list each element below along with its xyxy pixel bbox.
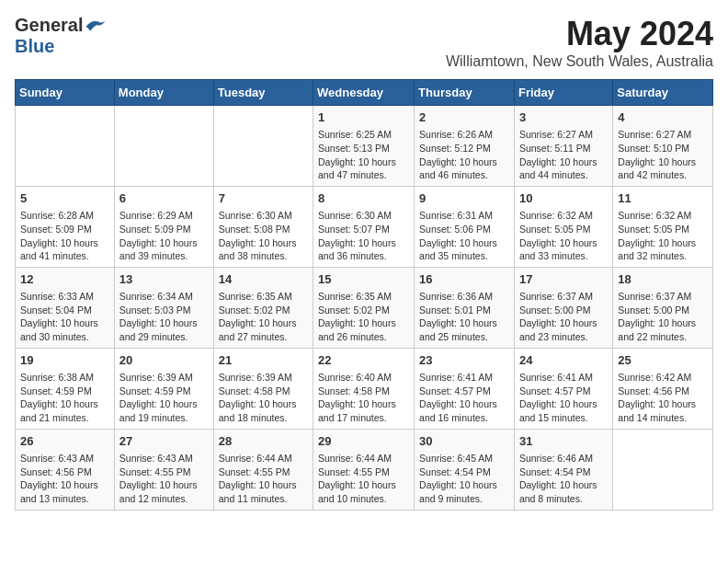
calendar-header-wednesday: Wednesday	[313, 80, 415, 106]
day-number: 3	[519, 109, 608, 126]
day-number: 2	[419, 109, 509, 126]
calendar-cell: 6Sunrise: 6:29 AM Sunset: 5:09 PM Daylig…	[114, 186, 213, 267]
cell-content: Sunrise: 6:40 AM Sunset: 4:58 PM Dayligh…	[318, 371, 409, 425]
calendar-cell: 28Sunrise: 6:44 AM Sunset: 4:55 PM Dayli…	[213, 429, 313, 510]
calendar-cell: 5Sunrise: 6:28 AM Sunset: 5:09 PM Daylig…	[16, 186, 115, 267]
day-number: 26	[20, 433, 109, 450]
calendar-cell: 19Sunrise: 6:38 AM Sunset: 4:59 PM Dayli…	[16, 348, 115, 429]
month-year-title: May 2024	[446, 15, 713, 53]
cell-content: Sunrise: 6:27 AM Sunset: 5:10 PM Dayligh…	[618, 128, 708, 182]
cell-content: Sunrise: 6:45 AM Sunset: 4:54 PM Dayligh…	[419, 452, 509, 506]
calendar-header-friday: Friday	[514, 80, 612, 106]
cell-content: Sunrise: 6:26 AM Sunset: 5:12 PM Dayligh…	[419, 128, 509, 182]
calendar-cell: 26Sunrise: 6:43 AM Sunset: 4:56 PM Dayli…	[16, 429, 115, 510]
cell-content: Sunrise: 6:30 AM Sunset: 5:08 PM Dayligh…	[219, 209, 308, 263]
cell-content: Sunrise: 6:35 AM Sunset: 5:02 PM Dayligh…	[219, 290, 308, 344]
day-number: 22	[318, 352, 409, 369]
calendar-cell: 8Sunrise: 6:30 AM Sunset: 5:07 PM Daylig…	[313, 186, 415, 267]
cell-content: Sunrise: 6:33 AM Sunset: 5:04 PM Dayligh…	[20, 290, 109, 344]
day-number: 17	[519, 271, 608, 288]
cell-content: Sunrise: 6:41 AM Sunset: 4:57 PM Dayligh…	[519, 371, 608, 425]
day-number: 29	[318, 433, 409, 450]
day-number: 23	[419, 352, 509, 369]
calendar-header-sunday: Sunday	[16, 80, 115, 106]
calendar-week-row: 1Sunrise: 6:25 AM Sunset: 5:13 PM Daylig…	[16, 106, 713, 187]
calendar-cell	[114, 106, 213, 187]
cell-content: Sunrise: 6:27 AM Sunset: 5:11 PM Dayligh…	[519, 128, 608, 182]
logo-blue-text: Blue	[15, 36, 54, 56]
day-number: 4	[618, 109, 708, 126]
cell-content: Sunrise: 6:34 AM Sunset: 5:03 PM Dayligh…	[119, 290, 209, 344]
cell-content: Sunrise: 6:46 AM Sunset: 4:54 PM Dayligh…	[519, 452, 608, 506]
day-number: 9	[419, 190, 509, 207]
cell-content: Sunrise: 6:44 AM Sunset: 4:55 PM Dayligh…	[219, 452, 308, 506]
calendar-header-thursday: Thursday	[415, 80, 515, 106]
calendar-cell: 1Sunrise: 6:25 AM Sunset: 5:13 PM Daylig…	[313, 106, 415, 187]
day-number: 19	[20, 352, 109, 369]
cell-content: Sunrise: 6:28 AM Sunset: 5:09 PM Dayligh…	[20, 209, 109, 263]
logo: General Blue	[15, 15, 107, 57]
calendar-cell	[16, 106, 115, 187]
day-number: 21	[219, 352, 308, 369]
cell-content: Sunrise: 6:29 AM Sunset: 5:09 PM Dayligh…	[119, 209, 209, 263]
logo-bird-icon	[85, 17, 107, 35]
day-number: 8	[318, 190, 409, 207]
calendar-cell: 2Sunrise: 6:26 AM Sunset: 5:12 PM Daylig…	[415, 106, 515, 187]
calendar-cell: 23Sunrise: 6:41 AM Sunset: 4:57 PM Dayli…	[415, 348, 515, 429]
day-number: 15	[318, 271, 409, 288]
calendar-week-row: 19Sunrise: 6:38 AM Sunset: 4:59 PM Dayli…	[16, 348, 713, 429]
day-number: 10	[519, 190, 608, 207]
calendar-cell: 30Sunrise: 6:45 AM Sunset: 4:54 PM Dayli…	[415, 429, 515, 510]
calendar-cell: 29Sunrise: 6:44 AM Sunset: 4:55 PM Dayli…	[313, 429, 415, 510]
cell-content: Sunrise: 6:36 AM Sunset: 5:01 PM Dayligh…	[419, 290, 509, 344]
calendar-week-row: 5Sunrise: 6:28 AM Sunset: 5:09 PM Daylig…	[16, 186, 713, 267]
day-number: 25	[618, 352, 708, 369]
calendar-cell: 22Sunrise: 6:40 AM Sunset: 4:58 PM Dayli…	[313, 348, 415, 429]
day-number: 1	[318, 109, 409, 126]
calendar-header-row: SundayMondayTuesdayWednesdayThursdayFrid…	[16, 80, 713, 106]
calendar-cell: 10Sunrise: 6:32 AM Sunset: 5:05 PM Dayli…	[514, 186, 612, 267]
calendar-cell: 31Sunrise: 6:46 AM Sunset: 4:54 PM Dayli…	[514, 429, 612, 510]
calendar-cell: 24Sunrise: 6:41 AM Sunset: 4:57 PM Dayli…	[514, 348, 612, 429]
calendar-cell: 4Sunrise: 6:27 AM Sunset: 5:10 PM Daylig…	[613, 106, 713, 187]
cell-content: Sunrise: 6:42 AM Sunset: 4:56 PM Dayligh…	[618, 371, 708, 425]
title-block: May 2024 Williamtown, New South Wales, A…	[446, 15, 713, 70]
cell-content: Sunrise: 6:37 AM Sunset: 5:00 PM Dayligh…	[618, 290, 708, 344]
calendar-cell: 12Sunrise: 6:33 AM Sunset: 5:04 PM Dayli…	[16, 267, 115, 348]
calendar-cell: 21Sunrise: 6:39 AM Sunset: 4:58 PM Dayli…	[213, 348, 313, 429]
day-number: 27	[119, 433, 209, 450]
cell-content: Sunrise: 6:30 AM Sunset: 5:07 PM Dayligh…	[318, 209, 409, 263]
day-number: 16	[419, 271, 509, 288]
day-number: 31	[519, 433, 608, 450]
cell-content: Sunrise: 6:31 AM Sunset: 5:06 PM Dayligh…	[419, 209, 509, 263]
day-number: 12	[20, 271, 109, 288]
calendar-cell: 7Sunrise: 6:30 AM Sunset: 5:08 PM Daylig…	[213, 186, 313, 267]
calendar-header-saturday: Saturday	[613, 80, 713, 106]
calendar-table: SundayMondayTuesdayWednesdayThursdayFrid…	[15, 79, 713, 511]
calendar-cell: 16Sunrise: 6:36 AM Sunset: 5:01 PM Dayli…	[415, 267, 515, 348]
day-number: 28	[219, 433, 308, 450]
cell-content: Sunrise: 6:35 AM Sunset: 5:02 PM Dayligh…	[318, 290, 409, 344]
day-number: 7	[219, 190, 308, 207]
calendar-cell: 25Sunrise: 6:42 AM Sunset: 4:56 PM Dayli…	[613, 348, 713, 429]
cell-content: Sunrise: 6:44 AM Sunset: 4:55 PM Dayligh…	[318, 452, 409, 506]
day-number: 30	[419, 433, 509, 450]
cell-content: Sunrise: 6:32 AM Sunset: 5:05 PM Dayligh…	[519, 209, 608, 263]
cell-content: Sunrise: 6:39 AM Sunset: 4:59 PM Dayligh…	[119, 371, 209, 425]
day-number: 24	[519, 352, 608, 369]
calendar-cell: 11Sunrise: 6:32 AM Sunset: 5:05 PM Dayli…	[613, 186, 713, 267]
calendar-body: 1Sunrise: 6:25 AM Sunset: 5:13 PM Daylig…	[16, 106, 713, 511]
cell-content: Sunrise: 6:43 AM Sunset: 4:55 PM Dayligh…	[119, 452, 209, 506]
calendar-cell: 9Sunrise: 6:31 AM Sunset: 5:06 PM Daylig…	[415, 186, 515, 267]
day-number: 13	[119, 271, 209, 288]
calendar-week-row: 12Sunrise: 6:33 AM Sunset: 5:04 PM Dayli…	[16, 267, 713, 348]
cell-content: Sunrise: 6:41 AM Sunset: 4:57 PM Dayligh…	[419, 371, 509, 425]
calendar-cell: 17Sunrise: 6:37 AM Sunset: 5:00 PM Dayli…	[514, 267, 612, 348]
calendar-cell	[613, 429, 713, 510]
day-number: 11	[618, 190, 708, 207]
cell-content: Sunrise: 6:38 AM Sunset: 4:59 PM Dayligh…	[20, 371, 109, 425]
calendar-cell: 14Sunrise: 6:35 AM Sunset: 5:02 PM Dayli…	[213, 267, 313, 348]
location-subtitle: Williamtown, New South Wales, Australia	[446, 53, 713, 70]
calendar-cell: 13Sunrise: 6:34 AM Sunset: 5:03 PM Dayli…	[114, 267, 213, 348]
calendar-header-tuesday: Tuesday	[213, 80, 313, 106]
